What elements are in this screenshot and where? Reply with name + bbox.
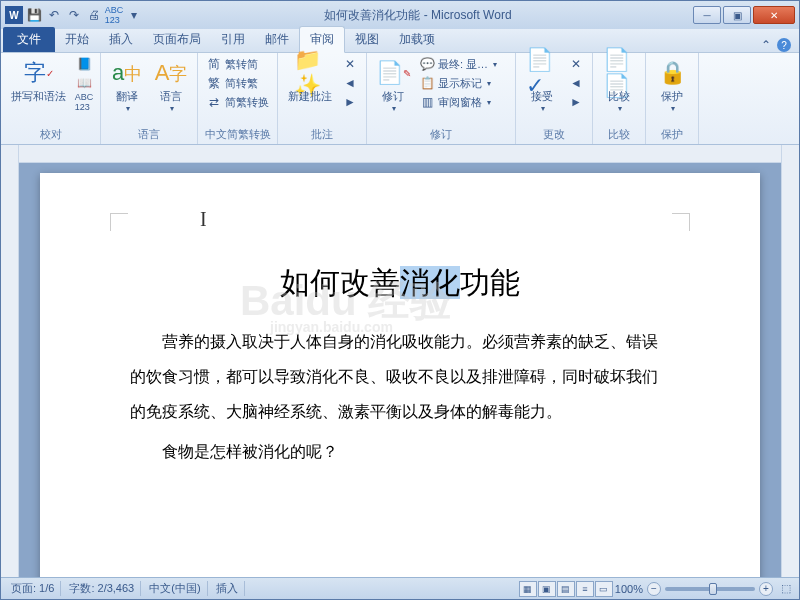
paragraph[interactable]: 食物是怎样被消化的呢？ bbox=[130, 434, 670, 469]
file-tab[interactable]: 文件 bbox=[3, 27, 55, 52]
zoom-out-button[interactable]: − bbox=[647, 582, 661, 596]
word-window: W 💾 ↶ ↷ 🖨 ABC123 ▾ 如何改善消化功能 - Microsoft … bbox=[0, 0, 800, 600]
show-markup-button[interactable]: 📋显示标记▾ bbox=[417, 74, 509, 92]
horizontal-ruler[interactable] bbox=[19, 145, 781, 163]
zoom-slider[interactable] bbox=[665, 587, 755, 591]
document-body[interactable]: 营养的摄入取决于人体自身的消化吸收能力。必须营养素的缺乏、错误的饮食习惯，都可以… bbox=[130, 324, 670, 469]
thesaurus-icon: 📖 bbox=[76, 75, 92, 91]
print-icon[interactable]: 🖨 bbox=[85, 6, 103, 24]
accept-button[interactable]: 📄✓ 接受▾ bbox=[522, 55, 562, 115]
zoom-control: 100% − + ⬚ bbox=[615, 582, 795, 596]
reject-icon: ✕ bbox=[568, 56, 584, 72]
compare-icon: 📄📄 bbox=[603, 57, 635, 89]
undo-icon[interactable]: ↶ bbox=[45, 6, 63, 24]
reject-button[interactable]: ✕ bbox=[566, 55, 586, 73]
page-scroll[interactable]: I Baidu 经验 jingyan.baidu.com 如何改善消化功能 营养… bbox=[19, 145, 781, 577]
close-button[interactable]: ✕ bbox=[753, 6, 795, 24]
prev-comment-button[interactable]: ◄ bbox=[340, 74, 360, 92]
document-area: I Baidu 经验 jingyan.baidu.com 如何改善消化功能 营养… bbox=[1, 145, 799, 577]
group-compare: 📄📄 比较▾ 比较 bbox=[593, 53, 646, 144]
next-change-button[interactable]: ► bbox=[566, 93, 586, 111]
help-icon[interactable]: ? bbox=[777, 38, 791, 52]
delete-comment-button[interactable]: ✕ bbox=[340, 55, 360, 73]
field-icon[interactable]: ABC123 bbox=[105, 6, 123, 24]
ribbon: 字✓ 拼写和语法 📘 📖 ABC123 校对 a中 翻译▾ A字 bbox=[1, 53, 799, 145]
page-indicator[interactable]: 页面: 1/6 bbox=[5, 581, 61, 596]
globe-icon: A字 bbox=[155, 57, 187, 89]
next-comment-button[interactable]: ► bbox=[340, 93, 360, 111]
margin-corner bbox=[110, 213, 128, 231]
word-icon[interactable]: W bbox=[5, 6, 23, 24]
translate-button[interactable]: a中 翻译▾ bbox=[107, 55, 147, 115]
vertical-ruler[interactable] bbox=[1, 145, 19, 577]
document-page[interactable]: I Baidu 经验 jingyan.baidu.com 如何改善消化功能 营养… bbox=[40, 173, 760, 577]
balloon-icon: 💬 bbox=[419, 56, 435, 72]
group-language: a中 翻译▾ A字 语言▾ 语言 bbox=[101, 53, 198, 144]
wordcount-button[interactable]: ABC123 bbox=[74, 93, 94, 111]
maximize-button[interactable]: ▣ bbox=[723, 6, 751, 24]
lock-icon: 🔒 bbox=[656, 57, 688, 89]
tab-home[interactable]: 开始 bbox=[55, 27, 99, 52]
tab-mailings[interactable]: 邮件 bbox=[255, 27, 299, 52]
web-view[interactable]: ▤ bbox=[557, 581, 575, 597]
language-button[interactable]: A字 语言▾ bbox=[151, 55, 191, 115]
to-traditional-button[interactable]: 繁简转繁 bbox=[204, 74, 271, 92]
group-proofing: 字✓ 拼写和语法 📘 📖 ABC123 校对 bbox=[1, 53, 101, 144]
track-changes-button[interactable]: 📄✎ 修订▾ bbox=[373, 55, 413, 115]
fullscreen-view[interactable]: ▣ bbox=[538, 581, 556, 597]
markup-icon: 📋 bbox=[419, 75, 435, 91]
wordcount-icon: ABC123 bbox=[76, 94, 92, 110]
research-button[interactable]: 📘 bbox=[74, 55, 94, 73]
insert-mode[interactable]: 插入 bbox=[210, 581, 245, 596]
next-icon: ► bbox=[342, 94, 358, 110]
thesaurus-button[interactable]: 📖 bbox=[74, 74, 94, 92]
minimize-ribbon-icon[interactable]: ⌃ bbox=[761, 38, 771, 52]
comment-icon: 📁✨ bbox=[294, 57, 326, 89]
simp-icon: 简 bbox=[206, 56, 222, 72]
compare-button[interactable]: 📄📄 比较▾ bbox=[599, 55, 639, 115]
display-mode-dropdown[interactable]: 💬最终: 显…▾ bbox=[417, 55, 509, 73]
draft-view[interactable]: ▭ bbox=[595, 581, 613, 597]
redo-icon[interactable]: ↷ bbox=[65, 6, 83, 24]
group-chinese: 简繁转简 繁简转繁 ⇄简繁转换 中文简繁转换 bbox=[198, 53, 278, 144]
prev-change-icon: ◄ bbox=[568, 75, 584, 91]
convert-icon: ⇄ bbox=[206, 94, 222, 110]
titlebar: W 💾 ↶ ↷ 🖨 ABC123 ▾ 如何改善消化功能 - Microsoft … bbox=[1, 1, 799, 29]
tab-references[interactable]: 引用 bbox=[211, 27, 255, 52]
tab-insert[interactable]: 插入 bbox=[99, 27, 143, 52]
protect-button[interactable]: 🔒 保护▾ bbox=[652, 55, 692, 115]
paragraph[interactable]: 营养的摄入取决于人体自身的消化吸收能力。必须营养素的缺乏、错误的饮食习惯，都可以… bbox=[130, 324, 670, 430]
convert-button[interactable]: ⇄简繁转换 bbox=[204, 93, 271, 111]
minimize-button[interactable]: ─ bbox=[693, 6, 721, 24]
spelling-icon: 字✓ bbox=[23, 57, 55, 89]
tab-view[interactable]: 视图 bbox=[345, 27, 389, 52]
word-count[interactable]: 字数: 2/3,463 bbox=[63, 581, 141, 596]
quick-access-toolbar: W 💾 ↶ ↷ 🖨 ABC123 ▾ bbox=[5, 6, 143, 24]
language-indicator[interactable]: 中文(中国) bbox=[143, 581, 207, 596]
spelling-button[interactable]: 字✓ 拼写和语法 bbox=[7, 55, 70, 106]
vertical-scrollbar[interactable] bbox=[781, 145, 799, 577]
book-icon: 📘 bbox=[76, 56, 92, 72]
fit-icon[interactable]: ⬚ bbox=[781, 582, 791, 595]
ribbon-tabs: 文件 开始 插入 页面布局 引用 邮件 审阅 视图 加载项 ⌃ ? bbox=[1, 29, 799, 53]
view-buttons: ▦ ▣ ▤ ≡ ▭ bbox=[519, 581, 613, 597]
zoom-level[interactable]: 100% bbox=[615, 583, 643, 595]
tab-layout[interactable]: 页面布局 bbox=[143, 27, 211, 52]
new-comment-button[interactable]: 📁✨ 新建批注 bbox=[284, 55, 336, 106]
zoom-in-button[interactable]: + bbox=[759, 582, 773, 596]
qat-dropdown-icon[interactable]: ▾ bbox=[125, 6, 143, 24]
review-pane-button[interactable]: ▥审阅窗格▾ bbox=[417, 93, 509, 111]
tab-addins[interactable]: 加载项 bbox=[389, 27, 445, 52]
delete-icon: ✕ bbox=[342, 56, 358, 72]
zoom-thumb[interactable] bbox=[709, 583, 717, 595]
outline-view[interactable]: ≡ bbox=[576, 581, 594, 597]
accept-icon: 📄✓ bbox=[526, 57, 558, 89]
save-icon[interactable]: 💾 bbox=[25, 6, 43, 24]
prev-change-button[interactable]: ◄ bbox=[566, 74, 586, 92]
print-layout-view[interactable]: ▦ bbox=[519, 581, 537, 597]
prev-icon: ◄ bbox=[342, 75, 358, 91]
to-simplified-button[interactable]: 简繁转简 bbox=[204, 55, 271, 73]
text-cursor-icon: I bbox=[200, 208, 207, 231]
group-tracking: 📄✎ 修订▾ 💬最终: 显…▾ 📋显示标记▾ ▥审阅窗格▾ 修订 bbox=[367, 53, 516, 144]
document-title[interactable]: 如何改善消化功能 bbox=[130, 263, 670, 304]
